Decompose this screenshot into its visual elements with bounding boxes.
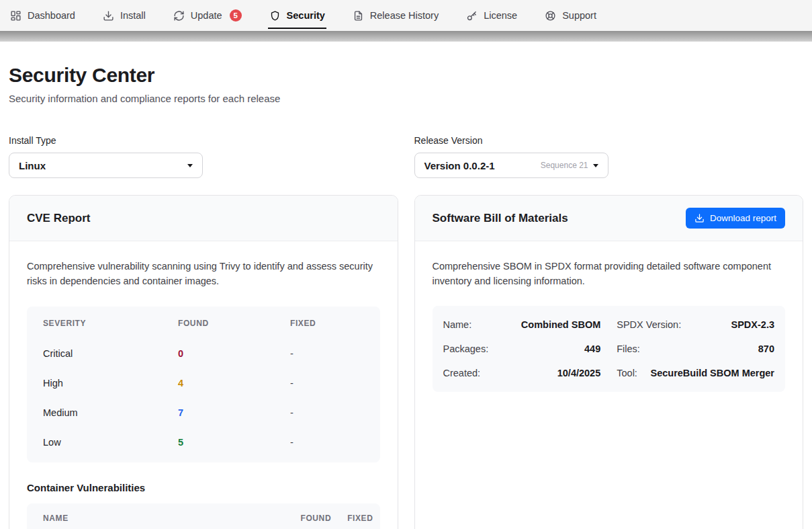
- cve-description: Comprehensive vulnerability scanning usi…: [27, 259, 380, 288]
- sbom-details-panel: Name: Combined SBOM SPDX Version: SPDX-2…: [433, 306, 786, 392]
- sbom-description: Comprehensive SBOM in SPDX format provid…: [433, 259, 786, 288]
- top-nav: Dashboard Install Update 5 Security Rele…: [0, 0, 812, 31]
- sbom-spdx-value: SPDX-2.3: [731, 319, 774, 330]
- table-row: Medium 7 -: [27, 398, 380, 428]
- col-severity: Severity: [43, 319, 178, 328]
- table-row: Critical 0 -: [27, 339, 380, 368]
- sequence-label: Sequence 21: [541, 161, 588, 170]
- sbom-card-body: Comprehensive SBOM in SPDX format provid…: [415, 241, 803, 410]
- main-content: Security Center Security information and…: [0, 64, 812, 529]
- release-version-filter: Release Version Version 0.0.2-1 Sequence…: [414, 135, 804, 178]
- install-type-select[interactable]: Linux: [9, 153, 203, 178]
- nav-item-update[interactable]: Update 5: [173, 0, 242, 31]
- nav-label: License: [484, 10, 517, 21]
- download-icon: [694, 213, 705, 223]
- shield-icon: [269, 10, 281, 22]
- chevron-down-icon: [593, 164, 598, 167]
- col-fixed: Fixed: [347, 514, 373, 523]
- sbom-created-value: 10/4/2025: [557, 368, 601, 378]
- filters-row: Install Type Linux Release Version Versi…: [9, 135, 803, 178]
- found-count: 4: [178, 378, 290, 389]
- sbom-tool-value: SecureBuild SBOM Merger: [650, 368, 774, 378]
- life-buoy-icon: [545, 10, 556, 22]
- container-vulnerabilities-title: Container Vulnerabilities: [27, 482, 380, 493]
- download-report-button[interactable]: Download report: [686, 208, 785, 229]
- nav-label: Release History: [370, 10, 439, 21]
- page-subtitle: Security information and compliance repo…: [9, 93, 803, 104]
- nav-item-support[interactable]: Support: [545, 0, 596, 31]
- table-row: Low 5 -: [27, 428, 380, 457]
- severity-table: Severity Found Fixed Critical 0 - High 4…: [27, 307, 380, 462]
- refresh-icon: [173, 10, 185, 22]
- found-count: 5: [178, 437, 290, 448]
- install-type-value: Linux: [19, 160, 46, 171]
- sbom-spdx-label: SPDX Version:: [617, 319, 681, 330]
- download-icon: [103, 10, 114, 22]
- sbom-packages-label: Packages:: [443, 343, 489, 354]
- key-icon: [466, 10, 478, 22]
- container-vulnerabilities-table-header: Name Found Fixed: [27, 503, 380, 529]
- sbom-name-label: Name:: [443, 319, 472, 330]
- severity-table-header: Severity Found Fixed: [27, 308, 380, 339]
- nav-item-security[interactable]: Security: [269, 0, 325, 31]
- table-row: Name: Combined SBOM SPDX Version: SPDX-2…: [443, 313, 775, 337]
- dashboard-icon: [10, 10, 21, 22]
- install-type-label: Install Type: [9, 135, 398, 146]
- nav-label: Update: [191, 10, 222, 21]
- col-name: Name: [43, 514, 300, 523]
- nav-label: Install: [120, 10, 146, 21]
- sbom-packages-value: 449: [584, 343, 600, 354]
- col-found: Found: [178, 319, 290, 328]
- nav-label: Support: [562, 10, 596, 21]
- download-report-label: Download report: [710, 213, 776, 223]
- release-version-select[interactable]: Version 0.0.2-1 Sequence 21: [414, 153, 608, 178]
- sbom-files-value: 870: [758, 343, 774, 354]
- chevron-down-icon: [187, 164, 193, 167]
- nav-label: Dashboard: [28, 10, 75, 21]
- found-count: 7: [178, 407, 290, 418]
- sbom-card-title: Software Bill of Materials: [433, 212, 568, 225]
- table-row: High 4 -: [27, 368, 380, 398]
- document-icon: [353, 10, 364, 22]
- nav-item-install[interactable]: Install: [103, 0, 146, 31]
- sbom-name-value: Combined SBOM: [521, 319, 600, 330]
- col-fixed: Fixed: [290, 319, 380, 328]
- table-row: Created: 10/4/2025 Tool: SecureBuild SBO…: [443, 361, 775, 385]
- nav-label: Security: [287, 10, 325, 21]
- sbom-files-label: Files:: [617, 343, 640, 354]
- sbom-card-header: Software Bill of Materials Download repo…: [415, 196, 803, 241]
- cve-card-body: Comprehensive vulnerability scanning usi…: [9, 241, 398, 529]
- header-shadow: [0, 31, 812, 42]
- col-found: Found: [300, 514, 331, 523]
- cve-card-title: CVE Report: [27, 212, 90, 225]
- cve-card-header: CVE Report: [9, 196, 398, 241]
- nav-item-license[interactable]: License: [466, 0, 517, 31]
- cve-report-card: CVE Report Comprehensive vulnerability s…: [9, 195, 398, 529]
- cards-row: CVE Report Comprehensive vulnerability s…: [9, 195, 803, 529]
- release-version-value: Version 0.0.2-1: [424, 160, 495, 171]
- update-count-badge: 5: [230, 9, 242, 22]
- install-type-filter: Install Type Linux: [9, 135, 398, 178]
- table-row: Packages: 449 Files: 870: [443, 337, 775, 361]
- sbom-card: Software Bill of Materials Download repo…: [414, 195, 804, 529]
- sbom-created-label: Created:: [443, 368, 481, 378]
- found-count: 0: [178, 348, 290, 359]
- nav-item-dashboard[interactable]: Dashboard: [10, 0, 75, 31]
- page-title: Security Center: [9, 64, 803, 87]
- nav-item-release-history[interactable]: Release History: [353, 0, 439, 31]
- release-version-label: Release Version: [414, 135, 804, 146]
- sbom-tool-label: Tool:: [617, 368, 637, 378]
